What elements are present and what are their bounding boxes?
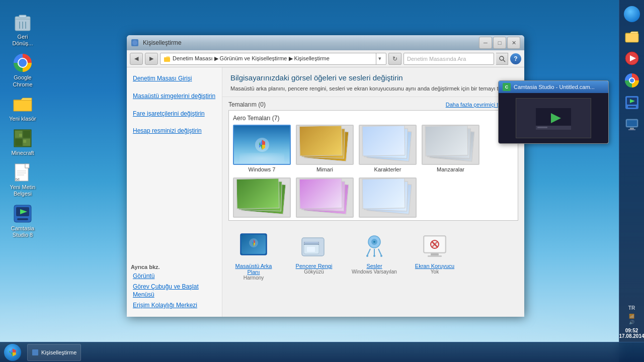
screensaver-sublabel: Yok [431,269,439,275]
accessibility-link[interactable]: Erişim Kolaylığı Merkezi [131,300,218,311]
svg-rect-23 [625,33,638,42]
theme-karakterler-label: Karakterler [374,166,401,172]
minecraft-label: Minecraft [11,150,34,156]
win7-logo [254,137,270,153]
mouse-pointers-link[interactable]: Fare işaretçilerini değiştirin [131,109,218,119]
svg-rect-29 [628,106,636,108]
camtasia-preview [533,106,574,131]
desktop-bg-sublabel: Harmony [244,275,264,281]
screensaver-item[interactable]: Ekran Koruyucu Yok [410,233,460,281]
svg-point-57 [380,255,382,257]
theme-windows7-label: Windows 7 [249,166,276,172]
taskbar-start-link[interactable]: Görev Çubuğu ve Başlat Menüsü [131,282,218,301]
svg-line-54 [378,249,381,255]
desktop-bg-label[interactable]: Masaüstü Arka Planı [228,263,279,275]
address-bar[interactable]: Denetim Masası ▶ Görünüm ve Kişiselleşti… [160,53,386,65]
themes-content: Temalarım (0) Daha fazla çevrimiçi tema … [222,97,524,317]
camtasia-studio-icon[interactable]: Camtasia Studio 8 [5,202,40,240]
start-orb [4,344,21,361]
desktop-icons-link[interactable]: Masaüstü simgelerini değiştirin [131,91,218,102]
account-picture-link[interactable]: Hesap resminizi değiştirin [131,126,218,136]
back-button[interactable]: ◀ [130,53,143,65]
theme-manzaralar[interactable]: Manzaralar [422,125,479,172]
themes-grid-row2 [233,177,514,219]
window-titlebar: Kişiselleştirme ─ □ ✕ [127,35,524,50]
camtasia-popup-thumbnail [499,93,608,143]
theme-windows7[interactable]: Windows 7 [233,125,291,172]
taskbar-personalization-item[interactable]: Kişiselleştirme [27,344,81,361]
chrome-label: Google Chrome [7,74,38,87]
taskbar-item-label: Kişiselleştirme [41,349,76,355]
svg-rect-46 [307,247,315,252]
search-button[interactable] [496,53,508,65]
window-main-content: Bilgisayarınızdaki görsel öğeleri ve ses… [222,67,524,317]
window-body: Denetim Masası Girişi Masaüstü simgeleri… [127,67,524,317]
close-button[interactable]: ✕ [507,37,520,49]
desktop-background-item[interactable]: Masaüstü Arka Planı Harmony [228,233,279,281]
svg-rect-33 [628,129,635,130]
minimize-button[interactable]: ─ [479,37,492,49]
svg-point-55 [366,255,368,257]
theme-green[interactable] [233,177,291,219]
display-sidebar-icon[interactable] [623,116,641,134]
new-text-icon[interactable]: txt Yeni Metin Belgesi [5,160,40,199]
camtasia-sidebar-icon[interactable] [623,94,641,112]
control-panel-home-link[interactable]: Denetim Masası Girişi [131,73,218,84]
svg-rect-36 [164,57,170,62]
desktop-icons-container: Geri Dönüş... Google Chrome Yeni klasör [0,5,45,245]
svg-text:txt: txt [16,177,19,181]
play-sidebar-icon[interactable] [623,49,641,67]
svg-rect-12 [23,140,26,143]
camtasia-popup-title: Camtasia Studio - Untitled.cam... [514,84,595,90]
page-title: Bilgisayarınızdaki görsel öğeleri ve ses… [230,73,516,82]
tray-icons-sidebar: 📶 🔊 [629,314,634,325]
help-button[interactable]: ? [510,53,521,64]
svg-rect-70 [32,349,38,355]
camtasia-popup[interactable]: C Camtasia Studio - Untitled.cam... [498,80,609,144]
svg-rect-11 [19,134,22,137]
bottom-customization: Masaüstü Arka Planı Harmony [228,227,518,287]
theme-mimari-label: Mimari [316,166,333,172]
screensaver-label[interactable]: Ekran Koruyucu [415,263,454,269]
window-color-item[interactable]: Pencere Rengi Gökyüzü [289,233,339,281]
window-icon [131,39,139,47]
svg-point-51 [373,241,375,243]
display-link[interactable]: Görüntü [131,271,218,282]
svg-rect-22 [17,218,28,220]
theme-purple[interactable] [296,177,354,219]
sounds-label[interactable]: Sesler [366,263,382,269]
theme-manzaralar-label: Manzaralar [437,166,464,172]
search-bar[interactable]: Denetim Masasında Ara [404,53,494,65]
themes-scroll-area[interactable]: Aero Temaları (7) [228,110,518,221]
maximize-button[interactable]: □ [493,37,506,49]
svg-rect-32 [630,128,634,129]
svg-rect-31 [627,120,637,126]
window-color-label[interactable]: Pencere Rengi [296,263,333,269]
theme-karakterler[interactable]: Karakterler [359,125,417,172]
clock-sidebar[interactable]: 09:52 17.08.2014 [619,328,644,339]
theme-bluemist[interactable] [359,177,417,219]
right-sidebar: TR 📶 🔊 09:52 17.08.2014 [619,0,644,362]
minecraft-icon[interactable]: Minecraft [5,126,40,158]
svg-rect-48 [304,242,319,245]
refresh-button[interactable]: ↻ [388,53,401,65]
svg-rect-14 [25,164,29,168]
folder-sidebar-icon[interactable] [623,27,641,45]
svg-rect-1 [19,15,26,18]
svg-rect-63 [431,253,439,255]
camtasia-popup-header: C Camtasia Studio - Untitled.cam... [499,81,608,93]
sounds-item[interactable]: Sesler Windows Varsayılan [349,233,399,281]
windows-orb-sidebar[interactable] [623,5,641,23]
aero-themes-label: Aero Temaları (7) [233,115,514,122]
recycle-bin-icon[interactable]: Geri Dönüş... [5,10,40,49]
new-folder-icon[interactable]: Yeni klasör [5,92,40,124]
breadcrumb: Denetim Masası ▶ Görünüm ve Kişiselleşti… [173,55,374,62]
start-button[interactable] [0,342,25,363]
theme-mimari[interactable]: Mimari [296,125,354,172]
forward-button[interactable]: ▶ [145,53,158,65]
chrome-sidebar-icon[interactable] [623,71,641,89]
address-dropdown-button[interactable]: ▾ [376,53,383,65]
google-chrome-icon[interactable]: Google Chrome [5,51,40,89]
personalization-window: Kişiselleştirme ─ □ ✕ ◀ ▶ Denetim Masası… [127,35,524,317]
lang-sidebar[interactable]: TR [628,305,635,311]
